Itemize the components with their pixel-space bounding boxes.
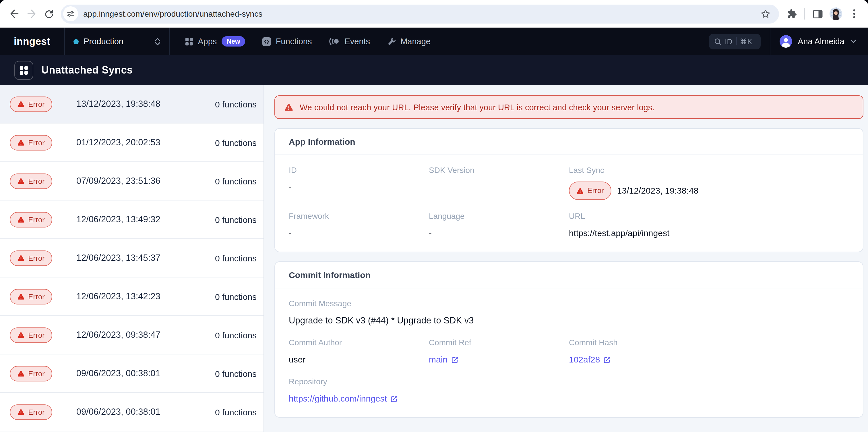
apps-grid-icon	[185, 37, 193, 46]
browser-forward-button[interactable]	[23, 5, 40, 22]
commit-link[interactable]: main	[429, 354, 458, 365]
reload-icon	[44, 9, 54, 19]
sync-functions-count: 0 functions	[215, 138, 257, 147]
status-badge-label: Error	[28, 100, 45, 108]
commit-info-row: Commit AuthoruserCommit RefmainCommit Ha…	[289, 338, 849, 365]
status-badge-label: Error	[28, 254, 45, 262]
field-value: -	[429, 228, 569, 239]
browser-reload-button[interactable]	[40, 5, 57, 22]
last-sync-timestamp: 13/12/2023, 19:38:48	[617, 185, 699, 197]
error-status-badge: Error	[10, 173, 52, 189]
sync-list-item[interactable]: Error 09/06/2023, 00:38:01 0 functions	[0, 393, 264, 431]
site-settings-button[interactable]	[63, 6, 78, 21]
sync-list-item[interactable]: Error 12/06/2023, 13:45:37 0 functions	[0, 239, 264, 278]
commit-link[interactable]: 102af28	[569, 354, 611, 365]
bookmark-star-button[interactable]	[757, 6, 773, 22]
warning-triangle-icon	[17, 370, 25, 377]
commit-information-card: Commit Information Commit Message Upgrad…	[274, 261, 863, 417]
nav-item-manage[interactable]: Manage	[387, 37, 431, 46]
sync-timestamp: 12/06/2023, 13:49:32	[76, 214, 160, 225]
field-value: main	[429, 354, 569, 365]
field-label: Framework	[289, 211, 429, 221]
side-panel-button[interactable]	[809, 6, 826, 22]
card-title: Commit Information	[275, 262, 863, 288]
status-badge-label: Error	[28, 177, 45, 185]
address-bar[interactable]: app.inngest.com/env/production/unattache…	[61, 4, 779, 23]
repository-field: Repository https://github.com/inngest	[289, 377, 849, 404]
sync-timestamp: 01/12/2023, 20:02:53	[76, 137, 160, 148]
link-text: 102af28	[569, 354, 600, 365]
functions-code-icon	[262, 37, 271, 46]
field-label: Commit Author	[289, 338, 429, 348]
card-title: App Information	[275, 129, 863, 155]
sync-list-item[interactable]: Error 09/06/2023, 00:38:01 0 functions	[0, 354, 264, 393]
sync-list-item[interactable]: Error 12/06/2023, 13:42:23 0 functions	[0, 278, 264, 316]
sync-list-item[interactable]: Error 07/09/2023, 23:51:36 0 functions	[0, 162, 264, 201]
back-arrow-icon	[9, 9, 20, 19]
commit-message-value: Upgrade to SDK v3 (#44) * Upgrade to SDK…	[289, 315, 849, 326]
side-panel-icon	[813, 9, 823, 18]
search-icon	[714, 38, 721, 45]
info-field: Framework-	[289, 211, 429, 239]
nav-item-label: Manage	[400, 37, 431, 46]
error-banner: We could not reach your URL. Please veri…	[274, 95, 863, 119]
browser-menu-button[interactable]	[846, 6, 862, 22]
sync-functions-count: 0 functions	[215, 330, 257, 340]
extensions-button[interactable]	[784, 6, 800, 22]
sync-list-item[interactable]: Error 12/06/2023, 13:49:32 0 functions	[0, 201, 264, 239]
sync-list-item[interactable]: Error 01/12/2023, 20:02:53 0 functions	[0, 123, 264, 162]
nav-item-label: Events	[344, 37, 370, 46]
sync-functions-count: 0 functions	[215, 407, 257, 417]
field-label: URL	[569, 211, 709, 221]
field-label: Repository	[289, 377, 849, 386]
browser-toolbar: app.inngest.com/env/production/unattache…	[0, 0, 868, 28]
field-value: -	[289, 228, 429, 239]
page-header: Unattached Syncs	[0, 55, 868, 85]
sync-list: Error 13/12/2023, 19:38:48 0 functions E…	[0, 85, 264, 432]
content: Error 13/12/2023, 19:38:48 0 functions E…	[0, 85, 868, 432]
new-badge: New	[221, 36, 245, 47]
sync-timestamp: 13/12/2023, 19:38:48	[76, 99, 160, 109]
app-information-card: App Information ID-SDK VersionLast SyncE…	[274, 128, 863, 252]
info-field: URLhttps://test.app/api/inngest	[569, 211, 709, 239]
repository-link[interactable]: https://github.com/inngest	[289, 393, 398, 404]
nav-item-label: Functions	[276, 37, 312, 46]
user-name: Ana Almeida	[798, 37, 844, 46]
external-link-icon	[451, 356, 458, 363]
sync-timestamp: 09/06/2023, 00:38:01	[76, 368, 160, 379]
sync-list-item[interactable]: Error 12/06/2023, 09:38:47 0 functions	[0, 316, 264, 354]
field-label: Language	[429, 211, 569, 221]
sync-functions-count: 0 functions	[215, 369, 257, 378]
status-badge-label: Error	[28, 138, 45, 147]
field-label: SDK Version	[429, 166, 569, 175]
sync-timestamp: 07/09/2023, 23:51:36	[76, 176, 160, 186]
app-info-row-2: Framework-Language-URLhttps://test.app/a…	[289, 211, 849, 239]
error-status-badge: Error	[10, 289, 52, 304]
kebab-menu-icon	[853, 9, 856, 19]
sync-functions-count: 0 functions	[215, 176, 257, 186]
warning-triangle-icon	[17, 100, 25, 108]
chevron-up-down-icon	[154, 37, 160, 46]
page-title: Unattached Syncs	[41, 64, 133, 76]
nav-item-apps[interactable]: Apps New	[185, 36, 245, 47]
inngest-logo[interactable]: inngest	[0, 35, 64, 48]
sync-list-item[interactable]: Error 13/12/2023, 19:38:48 0 functions	[0, 85, 264, 123]
error-status-badge: Error	[10, 250, 52, 266]
external-link-icon	[603, 356, 611, 363]
search-shortcut-box[interactable]: ID ⌘K	[709, 34, 761, 49]
sync-timestamp: 12/06/2023, 13:45:37	[76, 253, 160, 263]
app-top-nav: inngest Production Apps New Functions Ev…	[0, 28, 868, 55]
field-label: ID	[289, 166, 429, 175]
user-menu[interactable]: Ana Almeida	[770, 35, 868, 48]
browser-profile-button[interactable]	[828, 6, 844, 22]
environment-selector[interactable]: Production	[65, 28, 169, 55]
nav-item-functions[interactable]: Functions	[262, 37, 312, 46]
field-label: Commit Ref	[429, 338, 569, 348]
field-label: Commit Message	[289, 299, 849, 309]
status-badge-label: Error	[587, 185, 604, 197]
forward-arrow-icon	[26, 9, 37, 19]
search-divider	[736, 37, 736, 46]
browser-back-button[interactable]	[6, 5, 23, 22]
nav-divider	[169, 28, 169, 55]
nav-item-events[interactable]: Events	[329, 37, 370, 46]
